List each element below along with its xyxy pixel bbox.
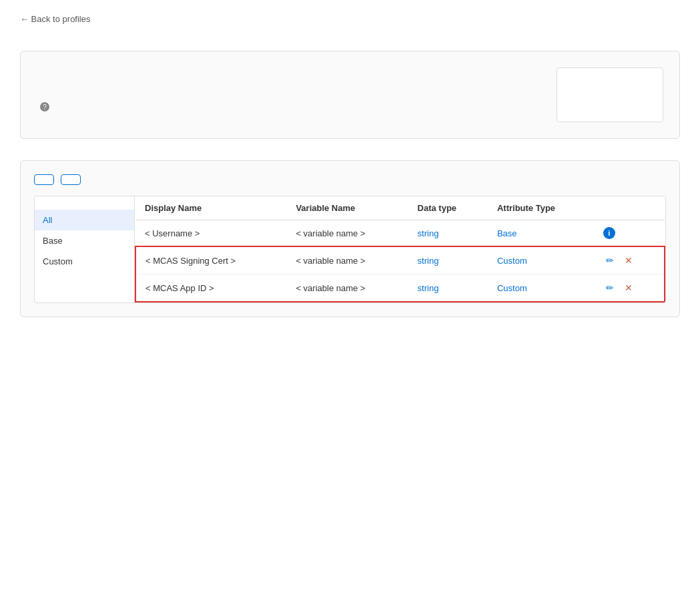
cell-display-name: < Username >	[135, 220, 286, 247]
col-data-type: Data type	[408, 196, 488, 220]
attributes-card: All Base Custom Display Name Variable Na…	[20, 160, 680, 317]
back-to-profiles-link[interactable]: ← Back to profiles	[20, 14, 91, 24]
attributes-toolbar	[34, 174, 666, 185]
attribute-type-value: Base	[497, 228, 517, 238]
data-type-value: string	[418, 228, 439, 238]
data-type-value: string	[418, 256, 439, 266]
cell-variable-name: < variable name >	[286, 220, 408, 247]
table-row: < MCAS Signing Cert >< variable name >st…	[135, 246, 665, 274]
variable-name-label: ?	[37, 102, 130, 112]
table-header: Display Name Variable Name Data type Att…	[135, 196, 665, 220]
edit-row-icon[interactable]: ✏	[603, 254, 617, 267]
col-actions	[594, 196, 665, 220]
profile-card: ?	[20, 51, 680, 139]
cell-attribute-type: Custom	[488, 246, 594, 274]
cell-actions: ✏✕	[594, 274, 665, 302]
filter-all[interactable]: All	[35, 210, 134, 230]
delete-row-icon[interactable]: ✕	[622, 254, 635, 267]
table-body: < Username >< variable name >stringBasei…	[135, 220, 665, 302]
variable-name-row: ?	[37, 102, 543, 112]
app-logo-box	[557, 67, 663, 122]
col-attribute-type: Attribute Type	[488, 196, 594, 220]
delete-row-icon[interactable]: ✕	[622, 281, 635, 294]
profile-info: ?	[37, 67, 543, 122]
data-type-value: string	[418, 283, 439, 293]
cell-data-type: string	[408, 220, 488, 247]
variable-name-help-icon[interactable]: ?	[40, 102, 49, 112]
table-row: < MCAS App ID >< variable name >stringCu…	[135, 274, 665, 302]
attributes-table-container: All Base Custom Display Name Variable Na…	[34, 196, 666, 303]
attributes-table-main: Display Name Variable Name Data type Att…	[135, 196, 665, 302]
mappings-button[interactable]	[61, 174, 81, 185]
cell-variable-name: < variable name >	[286, 274, 408, 302]
attribute-type-value: Custom	[497, 283, 527, 293]
edit-row-icon[interactable]: ✏	[603, 281, 617, 294]
col-variable-name: Variable Name	[286, 196, 408, 220]
info-icon[interactable]: i	[603, 227, 615, 239]
filters-panel: All Base Custom	[35, 196, 135, 302]
cell-data-type: string	[408, 246, 488, 274]
attribute-type-value: Custom	[497, 256, 527, 266]
cell-attribute-type: Custom	[488, 274, 594, 302]
cell-data-type: string	[408, 274, 488, 302]
table-row: < Username >< variable name >stringBasei	[135, 220, 665, 247]
filter-custom[interactable]: Custom	[35, 251, 134, 272]
cell-variable-name: < variable name >	[286, 246, 408, 274]
cell-actions: i	[594, 220, 665, 247]
cell-actions: ✏✕	[594, 246, 665, 274]
cell-display-name: < MCAS App ID >	[135, 274, 286, 302]
cell-display-name: < MCAS Signing Cert >	[135, 246, 286, 274]
col-display-name: Display Name	[135, 196, 286, 220]
filters-label	[35, 204, 134, 210]
filter-base[interactable]: Base	[35, 230, 134, 251]
attributes-table: Display Name Variable Name Data type Att…	[135, 196, 665, 302]
add-attribute-button[interactable]	[34, 174, 54, 185]
cell-attribute-type: Base	[488, 220, 594, 247]
